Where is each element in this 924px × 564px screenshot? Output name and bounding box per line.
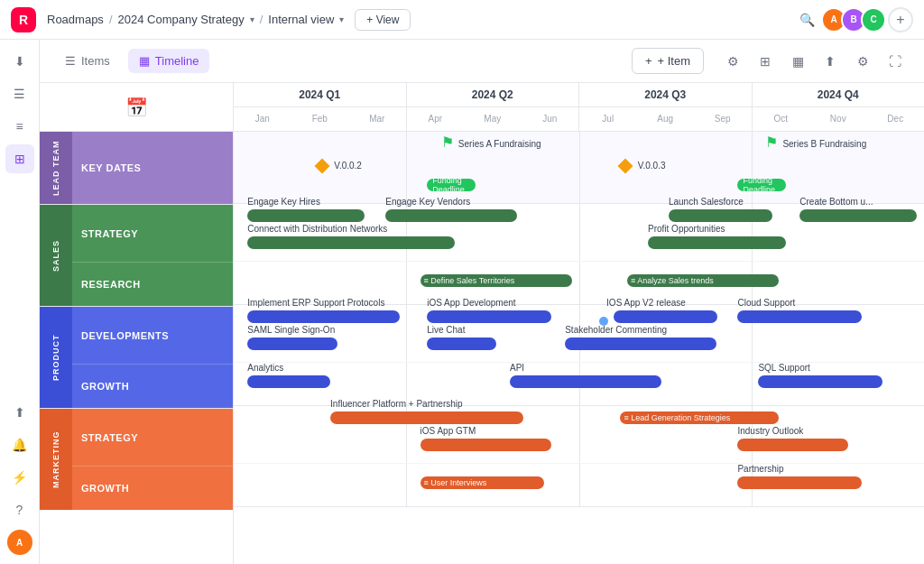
bar-saml — [247, 337, 337, 350]
bar-cloud-support — [737, 310, 862, 323]
quarter-q4: 2024 Q4 Oct Nov Dec — [753, 83, 925, 131]
top-nav: R Roadmaps / 2024 Company Strategy ▾ / I… — [0, 0, 924, 40]
group-lead-team: LEAD TEAM KEY DATES — [40, 132, 233, 205]
export-button[interactable]: ⬆ — [816, 47, 845, 76]
breadcrumb-strategy[interactable]: 2024 Company Strategy — [118, 13, 245, 26]
bar-create-bottom — [799, 209, 917, 222]
bar-connect-distribution — [247, 236, 455, 249]
row-label-strategy-sales: STRATEGY — [72, 205, 233, 263]
bar-user-interviews: ≡ User Interviews — [420, 476, 545, 489]
plus-icon: + — [645, 54, 652, 68]
bar-profit-opportunities — [648, 236, 786, 249]
bar-ios-dev — [427, 310, 551, 323]
bar-funding-deadline-1: Funding Deadline — [427, 179, 476, 191]
bar-engage-key-vendors — [385, 209, 516, 222]
fullscreen-button[interactable]: ⛶ — [881, 47, 910, 76]
timeline-row-product-developments: Implement ERP Support Protocols iOS App … — [234, 305, 924, 363]
group-label-marketing: MARKETING — [40, 409, 72, 510]
row-label-strategy-marketing: STRATEGY — [72, 409, 233, 467]
settings-button[interactable]: ⚙ — [848, 47, 877, 76]
bar-api — [510, 375, 661, 388]
timeline-header: 2024 Q1 Jan Feb Mar 2024 Q2 Apr May — [234, 83, 924, 132]
quarter-q3: 2024 Q3 Jul Aug Sep — [579, 83, 753, 131]
group-product: PRODUCT DEVELOPMENTS GROWTH — [40, 307, 233, 409]
quarter-q2: 2024 Q2 Apr May Jun — [407, 83, 580, 131]
view-button[interactable]: + View — [355, 9, 411, 31]
gantt-timeline: 2024 Q1 Jan Feb Mar 2024 Q2 Apr May — [234, 83, 924, 564]
bar-ios-gtm — [420, 439, 551, 451]
quarter-q1: 2024 Q1 Jan Feb Mar — [234, 83, 407, 131]
add-member-button[interactable]: + — [888, 7, 913, 32]
group-label-sales: SALES — [40, 205, 72, 306]
sidebar-roadmap-icon[interactable]: ⊞ — [5, 144, 34, 173]
toolbar-actions: ⚙ ⊞ ▦ ⬆ ⚙ ⛶ — [718, 47, 910, 76]
sidebar-timeline-icon[interactable]: ≡ — [5, 112, 34, 141]
row-label-growth-product: GROWTH — [72, 365, 233, 408]
bar-lead-gen: ≡ Lead Generation Strategies — [620, 411, 779, 424]
logo-icon: R — [11, 7, 36, 32]
row-label-key-dates: KEY DATES — [72, 132, 233, 204]
left-sidebar: ⬇ ☰ ≡ ⊞ ⬆ 🔔 ⚡ ? A — [0, 40, 40, 564]
group-button[interactable]: ⊞ — [751, 47, 780, 76]
group-label-lead-team: LEAD TEAM — [40, 132, 72, 204]
group-sales: SALES STRATEGY RESEARCH — [40, 205, 233, 307]
bar-erp — [247, 310, 399, 323]
add-item-button[interactable]: + + Item — [632, 48, 704, 74]
sidebar-download-icon[interactable]: ⬇ — [5, 47, 34, 76]
sidebar-upload-icon[interactable]: ⬆ — [5, 398, 34, 427]
layout-button[interactable]: ▦ — [783, 47, 812, 76]
bar-industry-outlook — [737, 439, 847, 451]
gantt-container[interactable]: 📅 LEAD TEAM KEY DATES SALES STRATEGY — [40, 83, 924, 564]
bar-analyze-sales-trends: ≡ Analyze Sales trends — [627, 274, 779, 287]
bar-partnership — [737, 476, 862, 489]
bar-influencer — [330, 411, 523, 424]
row-label-growth-marketing: GROWTH — [72, 467, 233, 510]
bar-ios-v2 — [614, 310, 717, 323]
tab-items[interactable]: ☰ Items — [54, 49, 121, 73]
main-content: ☰ Items ▦ Timeline + + Item ⚙ ⊞ ▦ ⬆ ⚙ ⛶ — [40, 40, 924, 564]
row-label-research: RESEARCH — [72, 263, 233, 306]
milestone-v003: V.0.0.3 — [620, 159, 665, 171]
bar-launch-salesforce — [669, 209, 772, 222]
row-label-developments: DEVELOPMENTS — [72, 307, 233, 365]
group-marketing: MARKETING STRATEGY GROWTH — [40, 409, 233, 510]
flag-series-b: ⚑ Series B Fundraising — [765, 134, 866, 151]
sidebar-lightning-icon[interactable]: ⚡ — [5, 463, 34, 492]
sidebar-bell-icon[interactable]: 🔔 — [5, 430, 34, 459]
avatar-group: A B C — [827, 7, 886, 32]
bar-engage-key-hires — [247, 209, 365, 222]
bar-live-chat — [427, 337, 496, 350]
timeline-row-key-dates: ⚑ Series A Fundraising ⚑ Series B Fundra… — [234, 132, 924, 204]
sidebar-list-icon[interactable]: ☰ — [5, 79, 34, 108]
bar-analytics — [247, 375, 330, 388]
milestone-v002: V.0.0.2 — [317, 159, 362, 171]
items-icon: ☰ — [65, 54, 76, 68]
timeline-row-marketing-strategy: Influencer Platform + Partnership ≡ Lead… — [234, 406, 924, 464]
filter-button[interactable]: ⚙ — [718, 47, 747, 76]
breadcrumb-roadmaps[interactable]: Roadmaps — [47, 13, 104, 26]
bar-stakeholder — [565, 337, 716, 350]
sidebar-user-avatar[interactable]: A — [5, 528, 34, 557]
bar-define-sales-territories: ≡ Define Sales Territories — [420, 274, 572, 287]
gantt-labels-header: 📅 — [40, 83, 233, 132]
breadcrumb-view[interactable]: Internal view — [268, 13, 334, 26]
group-label-product: PRODUCT — [40, 307, 72, 408]
search-icon[interactable]: 🔍 — [794, 7, 819, 32]
timeline-row-sales-strategy: Engage Key Hires Engage Key Vendors Laun… — [234, 204, 924, 262]
tab-timeline[interactable]: ▦ Timeline — [128, 49, 210, 73]
toolbar: ☰ Items ▦ Timeline + + Item ⚙ ⊞ ▦ ⬆ ⚙ ⛶ — [40, 40, 924, 83]
bar-funding-deadline-2: Funding Deadline — [737, 179, 786, 191]
flag-series-a: ⚑ Series A Fundraising — [441, 134, 541, 151]
timeline-row-marketing-growth: ≡ User Interviews Partnership — [234, 464, 924, 507]
avatar-3: C — [861, 7, 886, 32]
sidebar-help-icon[interactable]: ? — [5, 495, 34, 524]
timeline-icon: ▦ — [139, 54, 150, 68]
bar-sql — [758, 375, 882, 388]
breadcrumb: Roadmaps / 2024 Company Strategy ▾ / Int… — [47, 13, 344, 26]
